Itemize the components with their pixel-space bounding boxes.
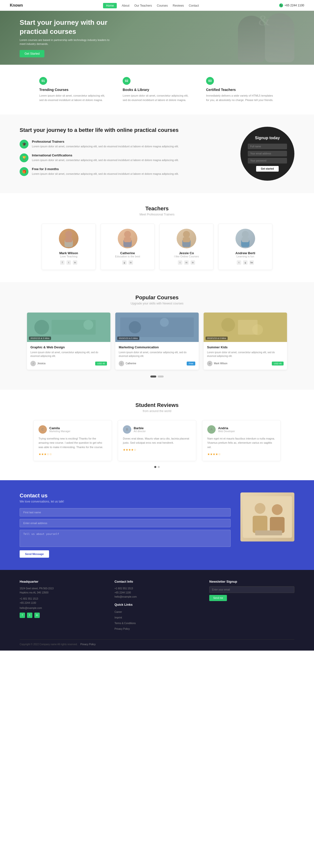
nav-item-about[interactable]: About — [122, 3, 129, 8]
course-title-graphic: Graphic & Web Design — [30, 345, 107, 349]
about-item-trainers-title: Professional Trainers — [32, 140, 179, 144]
footer-social-icons: f t in — [20, 613, 105, 618]
feature-desc-1: Lorem ipsum dolor sit amet, consectetur … — [39, 94, 108, 102]
twitter-icon[interactable]: t — [237, 260, 241, 265]
course-price-marketing: Free — [187, 362, 195, 366]
teacher-card-catherine: Catherine Education is the best g in — [101, 223, 154, 270]
instagram-icon[interactable]: in — [129, 260, 133, 265]
course-price-graphic: USD 45 — [95, 362, 107, 366]
contact-section: Contact us We love conversations, let us… — [0, 480, 314, 570]
twitter-icon[interactable]: t — [66, 260, 71, 265]
nav-item-reviews[interactable]: Reviews — [173, 3, 184, 8]
footer-privacy-link[interactable]: Privacy Policy — [81, 643, 96, 646]
nav-item-contact[interactable]: Contact — [189, 3, 199, 8]
teachers-grid: Mark Wilson Love Teaching f t in Catheri… — [20, 223, 294, 270]
reviewer-info-barbie: Barbie Art director — [134, 426, 146, 433]
about-left: Start your journey to a better life with… — [20, 127, 226, 181]
pagination-dot-1[interactable] — [150, 375, 156, 377]
footer-twitter-icon[interactable]: t — [27, 613, 32, 618]
reviews-grid: C Camila Marketing Manager Trying someth… — [20, 420, 294, 461]
reviewer-info-camila: Camila Marketing Manager — [49, 426, 70, 433]
reviewer-role-camila: Marketing Manager — [49, 430, 70, 433]
reviewer-name-barbie: Barbie — [134, 426, 146, 430]
teacher-card-wilson: Mark Wilson Love Teaching f t in — [42, 223, 96, 270]
about-item-free: 🎁 Free for 3 months Lorem ipsum dolor si… — [20, 167, 226, 176]
review-card-andria: A Andria Web Developer Nam eget mi et ma… — [202, 420, 281, 461]
review-stars-andria: ★★★★☆ — [207, 453, 276, 456]
reviewer-role-barbie: Art director — [134, 430, 146, 433]
footer-linkedin-icon[interactable]: in — [34, 613, 40, 618]
footer-headquarter-address: 1524 Geel street, PN 563-1513Hopkins ms-… — [20, 586, 105, 595]
course-desc-graphic: Lorem ipsum dolor sit amet, consectetur … — [30, 350, 107, 358]
feature-certified-teachers: 03 Certified Teachers Immediately delive… — [199, 77, 282, 102]
hero-cta-button[interactable]: Get Started — [20, 50, 45, 57]
footer-col-headquarter: Headquarter 1524 Geel street, PN 563-151… — [20, 580, 105, 632]
signup-title: Signup today — [255, 136, 280, 140]
about-item-free-title: Free for 3 months — [32, 167, 179, 171]
review-card-barbie: B Barbie Art director Donec erat ideas. … — [118, 420, 196, 461]
courses-section-title: Popular Courses — [20, 294, 294, 301]
review-text-andria: Nam eget mi et mauris faucibus interdum … — [207, 437, 276, 450]
hero-title: Start your journey with our practical co… — [20, 18, 118, 36]
footer-bottom: Copyright © 2022 Company name All rights… — [20, 639, 294, 646]
teacher-name-wilson: Mark Wilson — [47, 251, 90, 255]
footer-link-privacy[interactable]: Privacy Policy — [115, 626, 200, 631]
svg-rect-2 — [65, 237, 73, 242]
contact-send-button[interactable]: Send Message — [20, 550, 49, 558]
course-title-summer: Summer Kids — [207, 345, 284, 349]
teacher-avatar-jessie — [177, 229, 196, 248]
mail-icon[interactable]: m — [184, 260, 189, 265]
svg-point-18 — [129, 321, 141, 333]
footer-link-imprint[interactable]: Imprint — [115, 615, 200, 619]
nav-item-courses[interactable]: Courses — [157, 3, 168, 8]
facebook-icon[interactable]: f — [60, 260, 64, 265]
nav-item-home[interactable]: Home — [103, 3, 117, 8]
reviews-dot-1[interactable] — [154, 466, 156, 468]
footer-contact-title: Contact Info — [115, 580, 200, 583]
reviews-dot-2[interactable] — [158, 466, 160, 468]
teacher-role-andrew: Learning is fun — [224, 255, 267, 258]
signup-password-input[interactable] — [248, 158, 287, 163]
about-item-trainers-desc: Lorem ipsum dolor sit amet, consectetur … — [32, 144, 179, 149]
contact-name-input[interactable] — [20, 508, 231, 517]
signup-submit-button[interactable]: Get started — [256, 166, 279, 172]
instagram-icon[interactable]: in — [73, 260, 77, 265]
teacher-role-wilson: Love Teaching — [47, 255, 90, 258]
pagination-dot-2[interactable] — [158, 375, 164, 377]
footer-facebook-icon[interactable]: f — [20, 613, 25, 618]
svg-point-9 — [242, 231, 249, 238]
google-icon[interactable]: g — [243, 260, 248, 265]
reviewer-andria: A Andria Web Developer — [207, 425, 276, 434]
nav-logo[interactable]: Known — [10, 3, 23, 8]
course-image-summer: 2015/1/15 & 0 Mins — [204, 313, 287, 342]
svg-point-21 — [221, 318, 235, 332]
footer-newsletter-button[interactable]: Send me — [209, 595, 227, 601]
footer-link-career[interactable]: Career — [115, 610, 200, 614]
contact-email-input[interactable] — [20, 519, 231, 527]
signup-email-input[interactable] — [248, 151, 287, 156]
about-section: Start your journey to a better life with… — [0, 115, 314, 193]
about-right: Signup today Get started — [240, 127, 294, 181]
navigation: Known Home About Our Teachers Courses Re… — [0, 0, 314, 11]
teacher-name-andrew: Andrew Berti — [224, 251, 267, 255]
teachers-section: Teachers Meet Professional Trainers Mark… — [0, 193, 314, 282]
twitter-icon[interactable]: t — [178, 260, 182, 265]
author-avatar-mark: M — [207, 361, 212, 366]
google-icon[interactable]: g — [122, 260, 126, 265]
reviewer-name-camila: Camila — [49, 426, 70, 430]
footer-quick-links: Career Imprint Terms & Conditions Privac… — [115, 610, 200, 631]
teacher-socials-jessie: t m in — [165, 260, 208, 265]
svg-rect-5 — [124, 237, 131, 242]
footer-link-terms[interactable]: Terms & Conditions — [115, 621, 200, 625]
svg-rect-8 — [183, 237, 190, 242]
review-card-camila: C Camila Marketing Manager Trying someth… — [33, 420, 112, 461]
nav-item-teachers[interactable]: Our Teachers — [135, 3, 152, 8]
feature-desc-2: Lorem ipsum dolor sit amet, consectetur … — [123, 94, 191, 102]
linkedin-icon[interactable]: in — [191, 260, 195, 265]
course-author-marketing: C Catherine — [119, 361, 136, 366]
reviewer-avatar-andria: A — [207, 425, 216, 434]
footer-newsletter-input[interactable] — [209, 586, 294, 593]
behance-icon[interactable]: be — [250, 260, 254, 265]
signup-name-input[interactable] — [248, 144, 287, 149]
contact-message-textarea[interactable] — [20, 530, 231, 547]
